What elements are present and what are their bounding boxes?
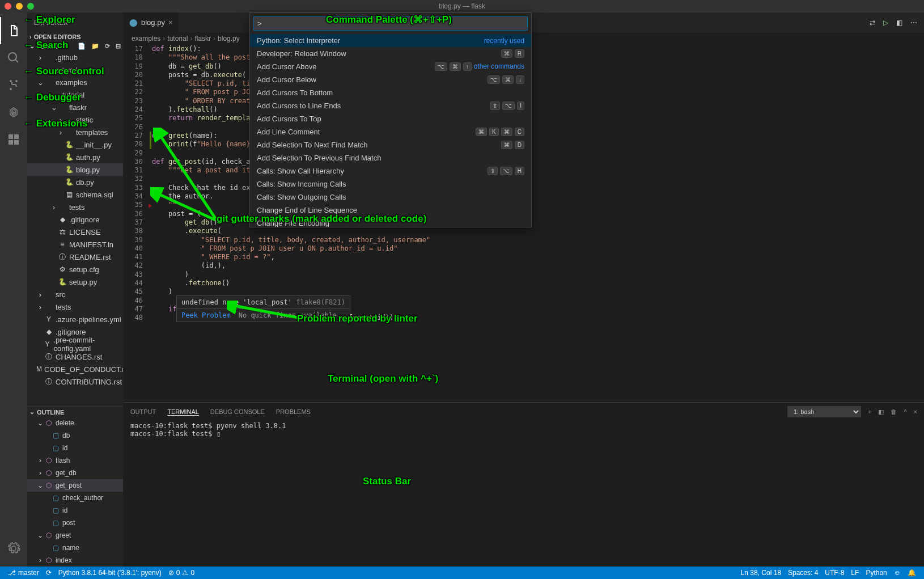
status-bell[interactable]: 🔔 <box>904 569 919 577</box>
command-item[interactable]: Add Cursor Above⌥⌘↑other commands <box>250 60 531 73</box>
activity-scm[interactable] <box>0 71 27 99</box>
new-folder-icon[interactable]: 📁 <box>91 43 99 50</box>
terminal[interactable]: macos-10:flask test$ pyenv shell 3.8.1ma… <box>124 421 924 567</box>
activity-search[interactable] <box>0 44 27 71</box>
compare-icon[interactable]: ⇄ <box>870 19 875 27</box>
tree-item[interactable]: ⓘREADME.rst <box>27 251 123 263</box>
outline-item[interactable]: ›⬡index <box>27 554 123 567</box>
tree-item[interactable]: Y.azure-pipelines.yml <box>27 313 123 326</box>
project-header[interactable]: ⌄ FLASK 📄 📁 ⟳ ⊟ <box>27 41 123 51</box>
panel-tab-problems[interactable]: PROBLEMS <box>276 408 311 415</box>
tree-item[interactable]: 🐍blog.py <box>27 163 123 176</box>
outline-item[interactable]: ›⬡flash <box>27 454 123 467</box>
tree-item[interactable]: ›.github <box>27 51 123 64</box>
kill-terminal-icon[interactable]: 🗑 <box>891 408 897 415</box>
outline-item[interactable]: ▢id <box>27 504 123 517</box>
minimap[interactable] <box>862 45 924 402</box>
tree-item[interactable]: ›artwork <box>27 64 123 76</box>
tree-item[interactable]: 🐍auth.py <box>27 151 123 163</box>
outline-item[interactable]: ▢db <box>27 429 123 442</box>
activity-extensions[interactable] <box>0 126 27 153</box>
outline-item[interactable]: ›⬡get_db <box>27 467 123 479</box>
breadcrumb-item[interactable]: examples <box>132 35 160 43</box>
outline-header[interactable]: ⌄ OUTLINE <box>27 407 123 417</box>
command-item[interactable]: Developer: Reload Window⌘R <box>250 47 531 60</box>
tree-item[interactable]: ›src <box>27 288 123 301</box>
tree-item[interactable]: ›tests <box>27 201 123 213</box>
tree-item[interactable]: ⚖LICENSE <box>27 226 123 238</box>
command-input[interactable] <box>253 16 528 31</box>
status-problems[interactable]: ⊘0 ⚠0 <box>165 567 198 579</box>
zoom-window[interactable] <box>27 3 34 10</box>
tree-item[interactable]: ◆.gitignore <box>27 213 123 226</box>
tree-item[interactable]: MCODE_OF_CONDUCT.md <box>27 363 123 375</box>
command-item[interactable]: Add Cursors To Top <box>250 112 531 125</box>
minimize-window[interactable] <box>16 3 23 10</box>
status-lang[interactable]: Python <box>862 569 890 577</box>
tree-item[interactable]: ›templates <box>27 126 123 138</box>
command-item[interactable]: Add Line Comment⌘K⌘C <box>250 125 531 138</box>
outline-item[interactable]: ⌄⬡delete <box>27 417 123 429</box>
outline-item[interactable]: ⌄⬡get_post <box>27 479 123 492</box>
status-cursor[interactable]: Ln 38, Col 18 <box>737 569 785 577</box>
command-item[interactable]: Add Cursors To Bottom <box>250 86 531 99</box>
command-item[interactable]: Calls: Show Incoming Calls <box>250 177 531 191</box>
breadcrumb-item[interactable]: tutorial <box>167 35 188 43</box>
terminal-selector[interactable]: 1: bash <box>787 406 861 417</box>
tree-item[interactable]: ≡MANIFEST.in <box>27 238 123 251</box>
outline-item[interactable]: ⌄⬡greet <box>27 529 123 542</box>
status-branch[interactable]: ⎇ master <box>5 567 43 579</box>
command-item[interactable]: Add Cursors to Line Ends⇧⌥I <box>250 99 531 112</box>
outline-item[interactable]: ▢id <box>27 442 123 454</box>
close-panel-icon[interactable]: × <box>914 408 917 415</box>
tab-blog-py[interactable]: ⬤ blog.py × <box>124 12 179 32</box>
tree-item[interactable]: ⌄tutorial <box>27 88 123 101</box>
command-item[interactable]: Add Selection To Previous Find Match <box>250 151 531 164</box>
status-encoding[interactable]: UTF-8 <box>821 569 847 577</box>
tree-item[interactable]: ›static <box>27 113 123 126</box>
tree-item[interactable]: ⌄flaskr <box>27 101 123 113</box>
open-editors-header[interactable]: › OPEN EDITORS <box>27 32 123 41</box>
split-icon[interactable]: ◧ <box>896 19 902 27</box>
command-item[interactable]: Add Selection To Next Find Match⌘D <box>250 138 531 151</box>
status-sync[interactable]: ⟳ <box>43 567 55 579</box>
new-file-icon[interactable]: 📄 <box>78 43 86 50</box>
tree-item[interactable]: Y.pre-commit-config.yaml <box>27 338 123 350</box>
refresh-icon[interactable]: ⟳ <box>105 43 110 50</box>
collapse-icon[interactable]: ⊟ <box>116 43 121 50</box>
status-spaces[interactable]: Spaces: 4 <box>785 569 821 577</box>
tree-item[interactable]: ›tests <box>27 301 123 313</box>
panel-tab-output[interactable]: OUTPUT <box>130 408 156 415</box>
command-item[interactable]: Change End of Line Sequence <box>250 204 531 217</box>
tree-item[interactable]: ⌄examples <box>27 76 123 88</box>
tree-item[interactable]: 🐍setup.py <box>27 276 123 288</box>
outline-item[interactable]: ▢post <box>27 517 123 529</box>
split-terminal-icon[interactable]: ◧ <box>878 408 884 416</box>
command-item[interactable]: Add Cursor Below⌥⌘↓ <box>250 73 531 86</box>
close-icon[interactable]: × <box>168 18 173 27</box>
more-icon[interactable]: ⋯ <box>910 19 917 27</box>
command-item[interactable]: Python: Select Interpreterrecently used <box>250 34 531 47</box>
command-item[interactable]: Change File Encoding <box>250 217 531 227</box>
activity-explorer[interactable] <box>0 17 27 44</box>
peek-problem-link[interactable]: Peek Problem <box>181 311 231 319</box>
maximize-panel-icon[interactable]: ^ <box>904 408 906 415</box>
status-python[interactable]: Python 3.8.1 64-bit ('3.8.1': pyenv) <box>55 567 165 579</box>
tree-item[interactable]: 🐍db.py <box>27 176 123 188</box>
activity-settings[interactable] <box>0 535 27 562</box>
tree-item[interactable]: 🐍__init__.py <box>27 138 123 151</box>
breadcrumb-item[interactable]: blog.py <box>218 35 240 43</box>
command-item[interactable]: Calls: Show Outgoing Calls <box>250 191 531 204</box>
breadcrumb-item[interactable]: flaskr <box>194 35 211 43</box>
tree-item[interactable]: ⓘCONTRIBUTING.rst <box>27 375 123 388</box>
new-terminal-icon[interactable]: + <box>868 408 871 415</box>
tree-item[interactable]: ▤schema.sql <box>27 188 123 201</box>
run-icon[interactable]: ▷ <box>883 19 888 27</box>
status-eol[interactable]: LF <box>847 569 862 577</box>
activity-debug[interactable] <box>0 99 27 126</box>
status-feedback[interactable]: ☺ <box>891 569 904 577</box>
panel-tab-debug[interactable]: DEBUG CONSOLE <box>210 408 265 415</box>
close-window[interactable] <box>5 3 11 10</box>
tree-item[interactable]: ⚙setup.cfg <box>27 263 123 276</box>
outline-item[interactable]: ▢name <box>27 542 123 554</box>
